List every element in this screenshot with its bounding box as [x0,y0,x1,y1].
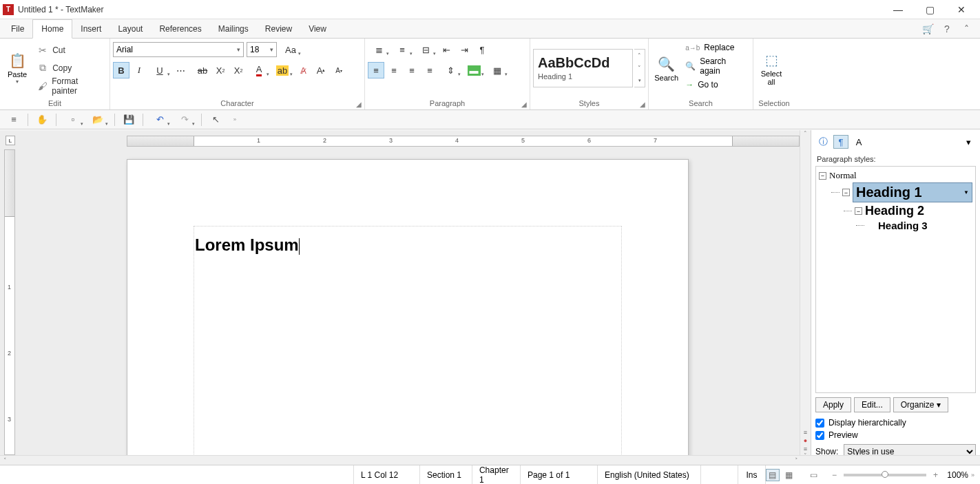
style-preview[interactable]: AaBbCcDd Heading 1 [533,49,633,87]
styles-launcher-icon[interactable]: ◢ [640,101,645,108]
next-page-icon[interactable]: ≡ [804,445,807,452]
multilevel-list-button[interactable]: ⊟▾ [415,41,437,58]
status-page[interactable]: Page 1 of 1 [521,465,598,484]
superscript-button[interactable]: X2 [230,62,247,78]
ruler-corner[interactable]: L [6,136,15,145]
style-normal[interactable]: Normal [829,170,857,181]
italic-button[interactable]: I [131,62,147,78]
font-size-select[interactable]: 18▾ [247,42,277,57]
view-normal-icon[interactable]: ▤ [766,469,780,481]
status-language[interactable]: English (United States) [598,465,701,484]
zoom-out-button[interactable]: − [832,470,837,480]
menu-mailings[interactable]: Mailings [210,20,257,38]
line-spacing-button[interactable]: ⇕▾ [439,62,461,78]
search-again-button[interactable]: 🔍Search again [682,55,750,77]
replace-button[interactable]: a→bReplace [682,41,750,54]
borders-button[interactable]: ▦▾ [486,62,508,78]
menu-view[interactable]: View [300,20,335,38]
justify-button[interactable]: ≡ [421,62,438,78]
menu-insert[interactable]: Insert [72,20,110,38]
tree-toggle-icon[interactable]: − [842,189,850,196]
qat-more-icon[interactable]: » [227,112,243,128]
align-center-button[interactable]: ≡ [386,62,402,78]
tree-toggle-icon[interactable]: − [855,207,862,215]
zoom-slider[interactable] [844,474,926,476]
menu-layout[interactable]: Layout [110,20,151,38]
select-all-button[interactable]: ⬚ Select all [756,41,786,94]
scroll-right-icon[interactable]: ˃ [791,457,801,464]
cut-button[interactable]: ✂Cut [33,42,107,59]
help-icon[interactable]: ? [941,23,952,34]
horizontal-ruler[interactable]: 1 2 3 4 5 6 7 [127,136,800,147]
clear-formatting-button[interactable]: A̷ [295,62,311,78]
shading-button[interactable]: ▬▾ [463,62,485,78]
paragraph-marks-button[interactable]: ¶ [474,41,490,58]
vertical-ruler[interactable]: 1 2 3 [4,149,15,455]
scroll-left-icon[interactable]: ˂ [0,457,10,464]
highlight-color-button[interactable]: ab▾ [271,62,293,78]
subscript-button[interactable]: X2 [212,62,229,78]
shrink-font-button[interactable]: A▾ [331,62,347,78]
hand-tool-icon[interactable]: ✋ [34,112,50,128]
close-button[interactable]: ✕ [946,0,977,19]
menu-review[interactable]: Review [257,20,300,38]
numbering-button[interactable]: ≡▾ [391,41,413,58]
panel-menu-icon[interactable]: ▾ [961,135,976,149]
style-gallery-scroll[interactable]: ˄ ˅ ▾ [634,49,645,87]
document-page[interactable]: Lorem Ipsum [127,159,689,463]
menu-home[interactable]: Home [32,19,72,39]
info-tab-icon[interactable]: ⓘ [815,135,831,149]
goto-marker-icon[interactable]: ● [804,437,807,444]
copy-button[interactable]: ⧉Copy [33,60,107,76]
horizontal-scrollbar[interactable]: ˂ ˃ [0,455,980,465]
maximize-button[interactable]: ▢ [914,0,946,19]
chevron-down-icon[interactable]: ˅ [634,65,645,72]
paragraph-launcher-icon[interactable]: ◢ [521,101,527,108]
scroll-up-icon[interactable]: ˄ [800,130,811,141]
new-doc-button[interactable]: ▫▾ [62,112,84,128]
chevron-up-icon[interactable]: ˄ [634,52,645,59]
character-tab-icon[interactable]: A [851,135,866,149]
open-doc-button[interactable]: 📂▾ [87,112,109,128]
status-insert-mode[interactable]: Ins [738,465,766,484]
menu-file[interactable]: File [3,20,32,38]
cursor-icon[interactable]: ↖ [207,112,224,128]
change-case-button[interactable]: Aa▾ [280,41,302,58]
document-heading-text[interactable]: Lorem Ipsum [195,235,300,255]
bold-button[interactable]: B [113,62,129,78]
collapse-ribbon-icon[interactable]: ˄ [961,23,972,34]
status-section[interactable]: Section 1 [420,465,472,484]
edit-style-button[interactable]: Edit... [854,397,890,412]
bullets-button[interactable]: ≣▾ [368,41,390,58]
view-master-icon[interactable]: ▦ [782,469,796,481]
style-heading-3[interactable]: Heading 3 [878,220,928,231]
undo-button[interactable]: ↶▾ [149,112,171,128]
preview-checkbox[interactable]: Preview [815,429,976,441]
align-left-button[interactable]: ≡ [368,62,384,78]
save-button[interactable]: 💾 [121,112,137,128]
character-launcher-icon[interactable]: ◢ [356,101,362,108]
goto-button[interactable]: →Go to [682,78,750,91]
zoom-more-icon[interactable]: » [971,472,974,478]
underline-button[interactable]: U▾ [149,62,171,78]
menu-references[interactable]: References [151,20,209,38]
font-color-button[interactable]: A▾ [248,62,270,78]
display-hierarchically-checkbox[interactable]: Display hierarchically [815,417,976,429]
zoom-level[interactable]: 100% [941,470,968,480]
organize-styles-button[interactable]: Organize ▾ [893,397,948,412]
decrease-indent-button[interactable]: ⇤ [438,41,455,58]
hamburger-icon[interactable]: ≡ [6,112,22,128]
increase-indent-button[interactable]: ⇥ [456,41,472,58]
ellipsis-button[interactable]: ⋯ [172,62,189,78]
minimize-button[interactable]: — [882,0,914,19]
paragraph-tab-icon[interactable]: ¶ [833,135,848,149]
status-position[interactable]: L 1 Col 12 [354,465,420,484]
strikethrough-button[interactable]: ab [194,62,211,78]
search-button[interactable]: 🔍 Search [651,41,681,94]
prev-page-icon[interactable]: ≡ [804,429,807,436]
redo-button[interactable]: ↷▾ [174,112,196,128]
tree-toggle-icon[interactable]: − [819,172,826,180]
view-outline-icon[interactable]: ▭ [807,469,821,481]
style-heading-2[interactable]: Heading 2 [865,204,924,218]
paste-button[interactable]: 📋 Paste ▾ [3,41,32,94]
